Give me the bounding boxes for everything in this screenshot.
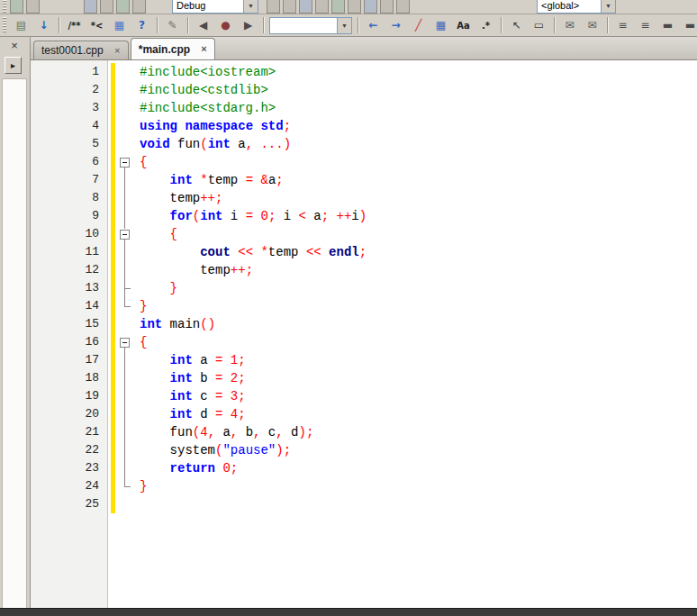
doxygen-image-icon[interactable]: ▦ (109, 16, 130, 35)
code-text[interactable]: void fun(int a, ...) (133, 135, 697, 153)
toolbar-icon[interactable] (267, 0, 280, 14)
select-block-icon[interactable]: ▦ (430, 16, 451, 35)
wrench-icon[interactable]: ✎ (162, 16, 183, 35)
fold-collapse-icon[interactable] (120, 158, 130, 168)
code-text[interactable]: fun(4, a, b, c, d); (133, 423, 697, 441)
line-number[interactable]: 2 (31, 81, 108, 99)
line-number[interactable]: 7 (31, 171, 108, 189)
close-icon[interactable]: × (7, 38, 22, 52)
hbar-icon[interactable]: ▬ (657, 16, 678, 35)
incsearch-prev-icon[interactable]: ← (363, 16, 384, 35)
toolbar-icon[interactable] (364, 0, 377, 14)
regex-icon[interactable]: .* (475, 16, 496, 35)
line-number[interactable]: 25 (31, 495, 108, 513)
list-icon[interactable]: ≡ (612, 16, 633, 35)
toolbar-icon[interactable] (315, 0, 329, 14)
line-number[interactable]: 18 (31, 369, 108, 387)
toolbar-icon[interactable] (116, 0, 130, 14)
code-text[interactable]: int b = 2; (133, 369, 697, 387)
line-number[interactable]: 24 (31, 477, 108, 495)
line-number[interactable]: 23 (31, 459, 108, 477)
step-next-icon[interactable]: ▶ (238, 16, 258, 35)
code-text[interactable] (133, 495, 697, 513)
incsearch-next-icon[interactable]: → (385, 16, 406, 35)
line-number[interactable]: 5 (31, 135, 108, 153)
toolbar-icon[interactable] (283, 0, 296, 14)
toolbar-icon[interactable] (132, 0, 146, 14)
line-number[interactable]: 15 (31, 315, 108, 333)
toolbar-icon[interactable] (299, 0, 312, 14)
toolbar-icon[interactable] (380, 0, 394, 14)
toolbar-icon[interactable] (84, 0, 97, 14)
hbar2-icon[interactable]: ▬ (680, 16, 697, 35)
code-text[interactable]: #include<iostream> (133, 63, 697, 81)
line-number[interactable]: 16 (31, 333, 108, 351)
code-text[interactable]: int d = 4; (133, 405, 697, 423)
line-number[interactable]: 17 (31, 351, 108, 369)
tab-close-icon[interactable]: × (198, 43, 210, 55)
code-text[interactable]: { (133, 333, 697, 351)
code-text[interactable]: } (133, 297, 697, 315)
toolbar-icon[interactable] (10, 0, 23, 14)
fold-collapse-icon[interactable] (120, 230, 130, 240)
fold-margin[interactable] (115, 153, 133, 171)
doxygen-block-comment-icon[interactable]: /** (64, 16, 85, 35)
code-text[interactable]: #include<stdarg.h> (133, 99, 697, 117)
fold-collapse-icon[interactable] (120, 338, 130, 348)
toolbar-icon[interactable] (396, 0, 410, 14)
toolbar-gripper[interactable] (3, 0, 6, 13)
code-editor[interactable]: 1#include<iostream>2#include<cstdlib>3#i… (31, 60, 697, 608)
code-text[interactable]: int a = 1; (133, 351, 697, 369)
line-number[interactable]: 10 (31, 225, 108, 243)
code-text[interactable]: cout << *temp << endl; (133, 243, 697, 261)
code-text[interactable]: { (133, 225, 697, 243)
doxygen-line-comment-icon[interactable]: *< (86, 16, 107, 35)
mail-icon[interactable]: ✉ (559, 16, 580, 35)
highlight-icon[interactable]: ╱ (408, 16, 429, 35)
match-case-icon[interactable]: Aa (453, 16, 474, 35)
line-number[interactable]: 11 (31, 243, 108, 261)
line-number[interactable]: 1 (31, 63, 108, 81)
list2-icon[interactable]: ≡ (635, 16, 656, 35)
code-text[interactable]: system("pause"); (133, 441, 697, 459)
code-text[interactable]: temp++; (133, 261, 697, 279)
line-number[interactable]: 22 (31, 441, 108, 459)
tab-main-cpp[interactable]: *main.cpp× (131, 38, 215, 59)
code-text[interactable]: temp++; (133, 189, 697, 207)
toolbar-icon[interactable] (331, 0, 345, 14)
run-to-cursor-icon[interactable]: ● (215, 16, 236, 35)
line-number[interactable]: 13 (31, 279, 108, 297)
code-text[interactable]: return 0; (133, 459, 697, 477)
debugger-target-select[interactable]: ▼ (269, 17, 352, 34)
pointer-icon[interactable]: ↖ (506, 16, 527, 35)
code-text[interactable]: using namespace std; (133, 117, 697, 135)
code-text[interactable]: int c = 3; (133, 387, 697, 405)
toolbar-icon[interactable] (348, 0, 361, 14)
code-text[interactable]: { (133, 153, 697, 171)
line-number[interactable]: 8 (31, 189, 108, 207)
step-back-icon[interactable]: ◀ (193, 16, 213, 35)
line-number[interactable]: 4 (31, 117, 108, 135)
line-number[interactable]: 12 (31, 261, 108, 279)
line-number[interactable]: 20 (31, 405, 108, 423)
download-icon[interactable]: ↓ (33, 16, 54, 35)
code-text[interactable]: #include<cstdlib> (133, 81, 697, 99)
build-target-select[interactable]: Debug ▼ (172, 0, 258, 14)
mail-open-icon[interactable]: ✉ (582, 16, 602, 35)
print-icon[interactable]: ▤ (11, 16, 32, 35)
line-number[interactable]: 3 (31, 99, 108, 117)
code-text[interactable]: int main() (133, 315, 697, 333)
code-text[interactable]: int *temp = &a; (133, 171, 697, 189)
code-text[interactable]: } (133, 279, 697, 297)
code-text[interactable]: for(int i = 0; i < a; ++i) (133, 207, 697, 225)
doxygen-help-icon[interactable]: ? (131, 16, 152, 35)
line-number[interactable]: 21 (31, 423, 108, 441)
expand-pane-button[interactable]: ▸ (5, 57, 22, 74)
tab-test0001-cpp[interactable]: test0001.cpp× (33, 41, 129, 59)
line-number[interactable]: 19 (31, 387, 108, 405)
code-text[interactable]: } (133, 477, 697, 495)
line-number[interactable]: 14 (31, 297, 108, 315)
fold-margin[interactable] (115, 333, 133, 351)
scope-select[interactable]: <global> ▼ (537, 0, 616, 14)
line-number[interactable]: 9 (31, 207, 108, 225)
